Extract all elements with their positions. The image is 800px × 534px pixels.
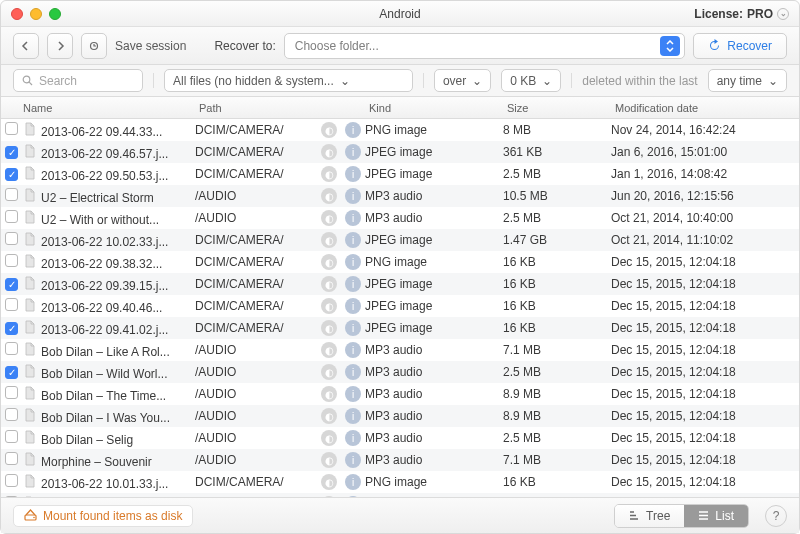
row-checkbox[interactable] [5, 452, 18, 465]
row-preview-icon[interactable]: ◐ [317, 298, 341, 314]
table-row[interactable]: Bob Dilan – Wild Worl.../AUDIO◐iMP3 audi… [1, 361, 799, 383]
row-checkbox[interactable] [5, 210, 18, 223]
cell-size: 8.9 MB [503, 409, 611, 423]
row-preview-icon[interactable]: ◐ [317, 210, 341, 226]
help-button[interactable]: ? [765, 505, 787, 527]
table-row[interactable]: 2013-06-22 09.41.02.j...DCIM/CAMERA/◐iJP… [1, 317, 799, 339]
row-info-icon[interactable]: i [341, 342, 365, 358]
row-preview-icon[interactable]: ◐ [317, 452, 341, 468]
table-row[interactable]: U2 – Electrical Storm/AUDIO◐iMP3 audio10… [1, 185, 799, 207]
row-info-icon[interactable]: i [341, 474, 365, 490]
table-header: Name Path Kind Size Modification date [1, 97, 799, 119]
row-preview-icon[interactable]: ◐ [317, 144, 341, 160]
row-preview-icon[interactable]: ◐ [317, 474, 341, 490]
row-preview-icon[interactable]: ◐ [317, 122, 341, 138]
row-preview-icon[interactable]: ◐ [317, 430, 341, 446]
table-row[interactable]: 2013-06-22 09.39.15.j...DCIM/CAMERA/◐iJP… [1, 273, 799, 295]
cell-name: Bob Dilan – Like A Rol... [19, 342, 195, 359]
time-range-select[interactable]: any time ⌄ [708, 69, 787, 92]
table-row[interactable]: Bob Dilan – Like A Rol.../AUDIO◐iMP3 aud… [1, 339, 799, 361]
cell-kind: JPEG image [365, 167, 503, 181]
row-checkbox[interactable] [5, 322, 18, 335]
table-row[interactable]: 2013-06-22 10.02.33.j...DCIM/CAMERA/◐iJP… [1, 229, 799, 251]
row-info-icon[interactable]: i [341, 452, 365, 468]
column-header-path[interactable]: Path [195, 102, 317, 114]
row-info-icon[interactable]: i [341, 408, 365, 424]
row-checkbox[interactable] [5, 474, 18, 487]
nav-forward-button[interactable] [47, 33, 73, 59]
file-type-filter[interactable]: All files (no hidden & system... ⌄ [164, 69, 413, 92]
mount-disk-button[interactable]: Mount found items as disk [13, 505, 193, 527]
row-checkbox[interactable] [5, 298, 18, 311]
row-preview-icon[interactable]: ◐ [317, 254, 341, 270]
row-preview-icon[interactable]: ◐ [317, 364, 341, 380]
save-session-icon-button[interactable] [81, 33, 107, 59]
row-info-icon[interactable]: i [341, 254, 365, 270]
cell-size: 16 KB [503, 475, 611, 489]
table-row[interactable]: 2013-06-22 09.40.46...DCIM/CAMERA/◐iJPEG… [1, 295, 799, 317]
row-preview-icon[interactable]: ◐ [317, 232, 341, 248]
row-info-icon[interactable]: i [341, 232, 365, 248]
row-checkbox[interactable] [5, 254, 18, 267]
row-checkbox[interactable] [5, 168, 18, 181]
table-row[interactable]: 2013-06-22 09.44.33...DCIM/CAMERA/◐iPNG … [1, 119, 799, 141]
size-comparator-select[interactable]: over ⌄ [434, 69, 491, 92]
license-label: License: [694, 7, 743, 21]
row-preview-icon[interactable]: ◐ [317, 166, 341, 182]
column-header-name[interactable]: Name [19, 102, 195, 114]
table-row[interactable]: Bob Dilan – The Time.../AUDIO◐iMP3 audio… [1, 383, 799, 405]
row-preview-icon[interactable]: ◐ [317, 386, 341, 402]
table-row[interactable]: Bob Dilan – I Was You.../AUDIO◐iMP3 audi… [1, 405, 799, 427]
target-folder-select[interactable]: Choose folder... [284, 33, 686, 59]
row-info-icon[interactable]: i [341, 320, 365, 336]
table-row[interactable]: U2 – With or without.../AUDIO◐iMP3 audio… [1, 207, 799, 229]
row-checkbox[interactable] [5, 278, 18, 291]
cell-date: Oct 21, 2014, 11:10:02 [611, 233, 799, 247]
row-info-icon[interactable]: i [341, 210, 365, 226]
row-checkbox[interactable] [5, 188, 18, 201]
row-info-icon[interactable]: i [341, 188, 365, 204]
row-info-icon[interactable]: i [341, 276, 365, 292]
row-info-icon[interactable]: i [341, 386, 365, 402]
view-list-button[interactable]: List [684, 505, 748, 527]
row-preview-icon[interactable]: ◐ [317, 276, 341, 292]
column-header-size[interactable]: Size [503, 102, 611, 114]
row-checkbox[interactable] [5, 408, 18, 421]
row-checkbox[interactable] [5, 122, 18, 135]
nav-back-button[interactable] [13, 33, 39, 59]
search-input[interactable]: Search [13, 69, 143, 92]
row-checkbox[interactable] [5, 366, 18, 379]
table-row[interactable]: 2013-06-22 09.46.57.j...DCIM/CAMERA/◐iJP… [1, 141, 799, 163]
row-checkbox[interactable] [5, 386, 18, 399]
file-type-icon [23, 276, 37, 290]
table-row[interactable]: 2013-06-22 10.01.33.j...DCIM/CAMERA/◐iPN… [1, 471, 799, 493]
table-row[interactable]: 2013-06-22 09.38.32...DCIM/CAMERA/◐iPNG … [1, 251, 799, 273]
row-checkbox[interactable] [5, 146, 18, 159]
table-row[interactable]: Bob Dilan – Selig/AUDIO◐iMP3 audio2.5 MB… [1, 427, 799, 449]
caret-icon: ⌄ [768, 74, 778, 88]
row-preview-icon[interactable]: ◐ [317, 408, 341, 424]
license-indicator[interactable]: License: PRO ⌄ [694, 7, 789, 21]
column-header-kind[interactable]: Kind [365, 102, 503, 114]
table-row[interactable]: Morphine – Souvenir/AUDIO◐iMP3 audio7.1 … [1, 449, 799, 471]
recover-button[interactable]: Recover [693, 33, 787, 59]
row-info-icon[interactable]: i [341, 364, 365, 380]
row-info-icon[interactable]: i [341, 122, 365, 138]
row-preview-icon[interactable]: ◐ [317, 188, 341, 204]
row-checkbox[interactable] [5, 342, 18, 355]
cell-kind: JPEG image [365, 299, 503, 313]
row-preview-icon[interactable]: ◐ [317, 342, 341, 358]
cell-name: 2013-06-22 10.02.33.j... [19, 232, 195, 249]
cell-size: 7.1 MB [503, 453, 611, 467]
row-info-icon[interactable]: i [341, 430, 365, 446]
column-header-date[interactable]: Modification date [611, 102, 799, 114]
row-info-icon[interactable]: i [341, 298, 365, 314]
view-tree-button[interactable]: Tree [615, 505, 684, 527]
row-checkbox[interactable] [5, 430, 18, 443]
row-info-icon[interactable]: i [341, 166, 365, 182]
size-threshold-select[interactable]: 0 KB ⌄ [501, 69, 561, 92]
row-info-icon[interactable]: i [341, 144, 365, 160]
row-checkbox[interactable] [5, 232, 18, 245]
row-preview-icon[interactable]: ◐ [317, 320, 341, 336]
table-row[interactable]: 2013-06-22 09.50.53.j...DCIM/CAMERA/◐iJP… [1, 163, 799, 185]
